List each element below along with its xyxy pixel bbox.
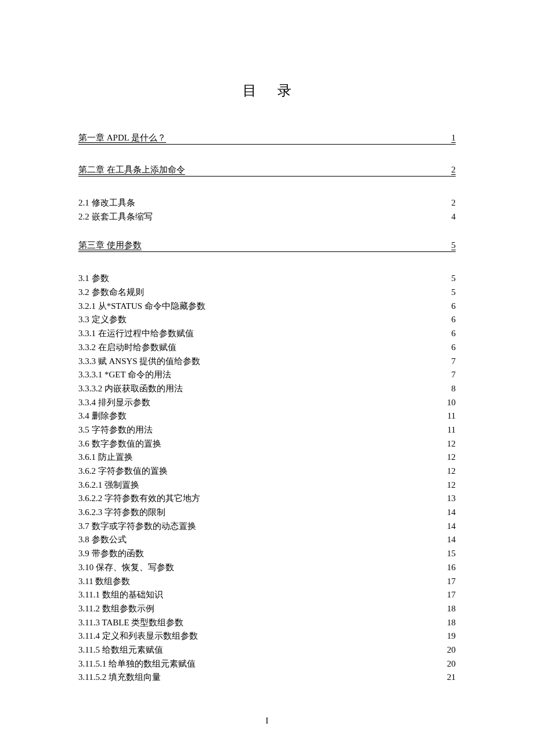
entry-label: 3.11.3 TABLE 类型数组参数	[78, 616, 183, 630]
toc-entry[interactable]: 3.6 数字参数值的置换12	[78, 437, 456, 451]
entry-page: 12	[447, 451, 456, 465]
chapter-heading[interactable]: 第三章 使用参数5	[78, 240, 456, 252]
entry-page: 10	[447, 396, 456, 410]
toc-entry[interactable]: 3.3.2 在启动时给参数赋值6	[78, 341, 456, 355]
entry-page: 12	[447, 437, 456, 451]
toc-entry[interactable]: 2.1 修改工具条2	[78, 196, 456, 210]
toc-body: 第一章 APDL 是什么？1第二章 在工具条上添加命令22.1 修改工具条22.…	[78, 132, 456, 701]
entry-label: 3.10 保存、恢复、写参数	[78, 561, 174, 575]
entry-label: 3.3 定义参数	[78, 313, 127, 327]
toc-entry[interactable]: 3.6.1 防止置换12	[78, 451, 456, 465]
entry-page: 16	[447, 561, 456, 575]
entry-label: 3.3.2 在启动时给参数赋值	[78, 341, 176, 355]
entry-label: 3.2.1 从*STATUS 命令中隐藏参数	[78, 300, 205, 314]
entry-label: 3.11 数组参数	[78, 575, 130, 589]
toc-entry[interactable]: 3.11.1 数组的基础知识17	[78, 588, 456, 602]
toc-entry[interactable]: 3.3.3 赋 ANSYS 提供的值给参数7	[78, 355, 456, 369]
entry-page: 4	[452, 210, 456, 224]
toc-entry[interactable]: 3.6.2.3 字符参数的限制14	[78, 506, 456, 520]
entry-label: 3.6.2 字符参数值的置换	[78, 465, 168, 478]
toc-entry[interactable]: 3.5 字符参数的用法11	[78, 423, 456, 437]
entry-label: 3.6.1 防止置换	[78, 451, 133, 465]
entry-label: 3.11.5 给数组元素赋值	[78, 643, 163, 657]
toc-entry[interactable]: 3.3.3.1 *GET 命令的用法7	[78, 368, 456, 382]
toc-entry[interactable]: 3.2 参数命名规则5	[78, 286, 456, 300]
entry-page: 6	[452, 300, 456, 314]
chapter-heading[interactable]: 第一章 APDL 是什么？1	[78, 132, 456, 145]
toc-entry[interactable]: 3.11.2 数组参数示例18	[78, 602, 456, 616]
entry-page: 8	[452, 382, 456, 396]
entry-label: 3.7 数字或字符参数的动态置换	[78, 520, 196, 534]
entry-label: 3.11.4 定义和列表显示数组参数	[78, 629, 198, 643]
toc-entry[interactable]: 3.3.4 排列显示参数10	[78, 396, 456, 410]
entry-page: 15	[447, 547, 456, 561]
spacer	[78, 148, 456, 164]
toc-entry[interactable]: 3.10 保存、恢复、写参数16	[78, 561, 456, 575]
chapter-heading[interactable]: 第二章 在工具条上添加命令2	[78, 164, 456, 177]
toc-title: 目录	[78, 81, 456, 100]
toc-entry[interactable]: 3.6.2 字符参数值的置换12	[78, 465, 456, 478]
toc-entry[interactable]: 3.1 参数5	[78, 272, 456, 286]
entry-label: 3.5 字符参数的用法	[78, 423, 153, 437]
entry-page: 17	[447, 588, 456, 602]
entry-page: 18	[447, 616, 456, 630]
toc-entry[interactable]: 3.11.3 TABLE 类型数组参数18	[78, 616, 456, 630]
toc-entry[interactable]: 3.6.2.1 强制置换12	[78, 478, 456, 492]
toc-entry[interactable]: 3.11 数组参数17	[78, 575, 456, 589]
entry-page: 5	[452, 286, 456, 300]
entry-label: 2.2 嵌套工具条缩写	[78, 210, 153, 224]
entry-label: 3.3.3.2 内嵌获取函数的用法	[78, 382, 183, 396]
entry-label: 3.1 参数	[78, 272, 109, 286]
chapter-page: 5	[452, 240, 456, 250]
toc-entry[interactable]: 3.3.3.2 内嵌获取函数的用法8	[78, 382, 456, 396]
toc-entry[interactable]: 2.2 嵌套工具条缩写4	[78, 210, 456, 224]
entry-label: 3.11.5.1 给单独的数组元素赋值	[78, 657, 196, 671]
entry-page: 14	[447, 506, 456, 520]
toc-entry[interactable]: 3.6.2.2 字符参数有效的其它地方13	[78, 492, 456, 506]
toc-entry[interactable]: 3.2.1 从*STATUS 命令中隐藏参数6	[78, 300, 456, 314]
entry-page: 13	[447, 492, 456, 506]
entry-label: 3.11.2 数组参数示例	[78, 602, 154, 616]
entry-page: 2	[452, 196, 456, 210]
toc-entry[interactable]: 3.11.5 给数组元素赋值20	[78, 643, 456, 657]
entry-page: 19	[447, 629, 456, 643]
entry-page: 5	[452, 272, 456, 286]
toc-entry[interactable]: 3.11.5.1 给单独的数组元素赋值20	[78, 657, 456, 671]
entry-page: 7	[452, 368, 456, 382]
entry-page: 6	[452, 341, 456, 355]
entry-label: 3.2 参数命名规则	[78, 286, 144, 300]
page-number-footer: I	[0, 716, 534, 726]
entry-page: 17	[447, 575, 456, 589]
toc-entry[interactable]: 3.11.4 定义和列表显示数组参数19	[78, 629, 456, 643]
entry-label: 3.4 删除参数	[78, 409, 127, 423]
entry-page: 11	[448, 423, 456, 437]
spacer	[78, 685, 456, 701]
chapter-label: 第三章 使用参数	[78, 240, 142, 251]
toc-entry[interactable]: 3.4 删除参数11	[78, 409, 456, 423]
toc-entry[interactable]: 3.3 定义参数6	[78, 313, 456, 327]
entry-page: 6	[452, 313, 456, 327]
entry-page: 7	[452, 355, 456, 369]
entry-label: 3.11.5.2 填充数组向量	[78, 671, 161, 685]
chapter-page: 1	[452, 133, 456, 143]
spacer	[78, 224, 456, 240]
entry-label: 3.3.1 在运行过程中给参数赋值	[78, 327, 194, 341]
toc-entry[interactable]: 3.7 数字或字符参数的动态置换14	[78, 520, 456, 534]
entry-label: 3.9 带参数的函数	[78, 547, 144, 561]
toc-entry[interactable]: 3.9 带参数的函数15	[78, 547, 456, 561]
spacer	[78, 255, 456, 272]
entry-label: 3.6.2.2 字符参数有效的其它地方	[78, 492, 200, 506]
toc-entry[interactable]: 3.8 参数公式14	[78, 533, 456, 547]
chapter-page: 2	[452, 165, 456, 175]
entry-label: 3.3.3 赋 ANSYS 提供的值给参数	[78, 355, 200, 369]
entry-page: 21	[447, 671, 456, 685]
entry-page: 11	[448, 409, 456, 423]
entry-label: 2.1 修改工具条	[78, 196, 135, 210]
chapter-label: 第一章 APDL 是什么？	[78, 132, 166, 143]
toc-entry[interactable]: 3.11.5.2 填充数组向量21	[78, 671, 456, 685]
toc-entry[interactable]: 3.3.1 在运行过程中给参数赋值6	[78, 327, 456, 341]
entry-label: 3.11.1 数组的基础知识	[78, 588, 163, 602]
entry-page: 14	[447, 520, 456, 534]
entry-page: 18	[447, 602, 456, 616]
entry-label: 3.6.2.1 强制置换	[78, 478, 139, 492]
